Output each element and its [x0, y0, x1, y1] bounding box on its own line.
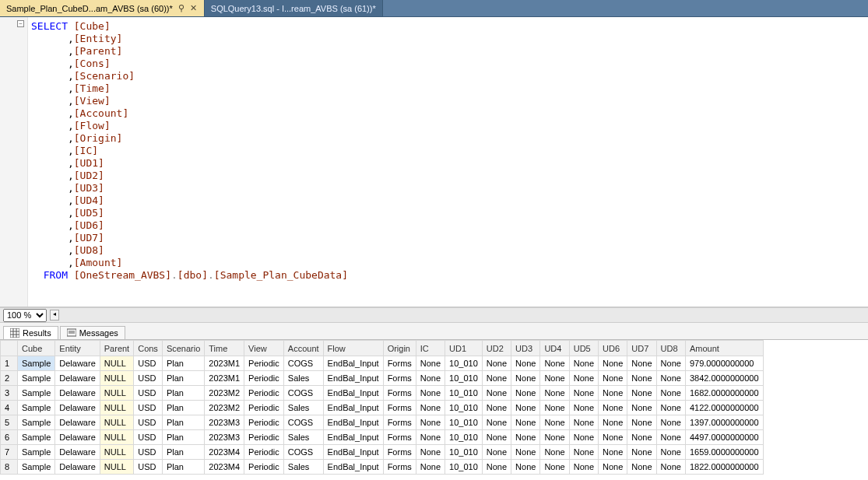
cell[interactable]: Sample: [18, 371, 55, 386]
close-icon[interactable]: ✕: [190, 3, 198, 13]
cell[interactable]: 10_010: [445, 401, 483, 415]
cell[interactable]: None: [656, 415, 685, 430]
cell[interactable]: None: [627, 430, 656, 445]
cell[interactable]: NULL: [100, 460, 133, 475]
cell[interactable]: Sample: [18, 415, 55, 430]
cell[interactable]: 1397.0000000000: [685, 415, 763, 430]
cell[interactable]: None: [540, 430, 569, 445]
cell[interactable]: None: [627, 371, 656, 386]
table-row[interactable]: 7SampleDelawareNULLUSDPlan2023M4Periodic…: [1, 445, 764, 460]
cell[interactable]: 10_010: [445, 371, 483, 386]
cell[interactable]: None: [540, 386, 569, 401]
column-header[interactable]: UD5: [569, 341, 598, 356]
cell[interactable]: 10_010: [445, 386, 483, 401]
cell[interactable]: Forms: [383, 371, 416, 386]
cell[interactable]: USD: [134, 460, 163, 475]
cell[interactable]: None: [656, 445, 685, 460]
cell[interactable]: 2023M3: [205, 430, 244, 445]
column-header[interactable]: UD6: [599, 341, 627, 356]
cell[interactable]: 2023M2: [205, 386, 244, 401]
cell[interactable]: None: [627, 415, 656, 430]
cell[interactable]: USD: [134, 356, 163, 371]
cell[interactable]: Forms: [383, 430, 416, 445]
column-header[interactable]: Account: [283, 341, 323, 356]
cell[interactable]: None: [482, 460, 511, 475]
cell[interactable]: None: [656, 371, 685, 386]
table-row[interactable]: 8SampleDelawareNULLUSDPlan2023M4Periodic…: [1, 460, 764, 475]
cell[interactable]: Sample: [18, 386, 55, 401]
cell[interactable]: None: [482, 386, 511, 401]
cell[interactable]: NULL: [100, 356, 133, 371]
cell[interactable]: None: [599, 371, 627, 386]
column-header[interactable]: [1, 341, 18, 356]
cell[interactable]: Sample: [18, 430, 55, 445]
column-header[interactable]: UD1: [445, 341, 483, 356]
cell[interactable]: Sales: [283, 460, 323, 475]
cell[interactable]: 10_010: [445, 460, 483, 475]
cell[interactable]: NULL: [100, 371, 133, 386]
cell[interactable]: None: [569, 386, 598, 401]
cell[interactable]: EndBal_Input: [323, 386, 383, 401]
table-row[interactable]: 4SampleDelawareNULLUSDPlan2023M2Periodic…: [1, 401, 764, 415]
cell[interactable]: USD: [134, 401, 163, 415]
fold-icon[interactable]: −: [17, 20, 24, 27]
cell[interactable]: None: [569, 445, 598, 460]
cell[interactable]: None: [656, 356, 685, 371]
cell[interactable]: None: [656, 430, 685, 445]
cell[interactable]: Plan: [162, 356, 204, 371]
cell[interactable]: None: [569, 460, 598, 475]
cell[interactable]: Periodic: [244, 430, 284, 445]
cell[interactable]: None: [416, 401, 445, 415]
table-row[interactable]: 1SampleDelawareNULLUSDPlan2023M1Periodic…: [1, 356, 764, 371]
cell[interactable]: None: [511, 356, 540, 371]
cell[interactable]: EndBal_Input: [323, 415, 383, 430]
cell[interactable]: Sample: [18, 356, 55, 371]
cell[interactable]: None: [627, 401, 656, 415]
cell[interactable]: Delaware: [55, 371, 100, 386]
column-header[interactable]: Flow: [323, 341, 383, 356]
cell[interactable]: 10_010: [445, 415, 483, 430]
cell[interactable]: NULL: [100, 415, 133, 430]
cell[interactable]: Plan: [162, 401, 204, 415]
cell[interactable]: Periodic: [244, 371, 284, 386]
table-row[interactable]: 5SampleDelawareNULLUSDPlan2023M3Periodic…: [1, 415, 764, 430]
cell[interactable]: None: [656, 386, 685, 401]
cell[interactable]: Forms: [383, 415, 416, 430]
cell[interactable]: Sample: [18, 445, 55, 460]
cell[interactable]: 2023M1: [205, 356, 244, 371]
column-header[interactable]: UD7: [627, 341, 656, 356]
cell[interactable]: None: [627, 386, 656, 401]
zoom-select[interactable]: 100 %: [3, 309, 47, 322]
cell[interactable]: None: [569, 401, 598, 415]
cell[interactable]: None: [656, 401, 685, 415]
cell[interactable]: Plan: [162, 415, 204, 430]
cell[interactable]: Forms: [383, 401, 416, 415]
cell[interactable]: Delaware: [55, 460, 100, 475]
cell[interactable]: None: [416, 430, 445, 445]
cell[interactable]: None: [482, 430, 511, 445]
cell[interactable]: None: [599, 460, 627, 475]
cell[interactable]: None: [599, 445, 627, 460]
cell[interactable]: None: [540, 371, 569, 386]
cell[interactable]: 10_010: [445, 356, 483, 371]
cell[interactable]: Periodic: [244, 415, 284, 430]
cell[interactable]: EndBal_Input: [323, 401, 383, 415]
cell[interactable]: None: [416, 415, 445, 430]
tab-messages[interactable]: Messages: [60, 326, 125, 339]
editor-tab-active[interactable]: Sample_Plan_CubeD...am_AVBS (sa (60))* ⚲…: [0, 0, 205, 16]
cell[interactable]: 1822.0000000000: [685, 460, 763, 475]
cell[interactable]: None: [599, 356, 627, 371]
cell[interactable]: 2023M2: [205, 401, 244, 415]
cell[interactable]: None: [416, 371, 445, 386]
cell[interactable]: COGS: [283, 386, 323, 401]
cell[interactable]: Delaware: [55, 445, 100, 460]
cell[interactable]: None: [569, 415, 598, 430]
cell[interactable]: None: [416, 386, 445, 401]
cell[interactable]: Delaware: [55, 356, 100, 371]
cell[interactable]: None: [511, 415, 540, 430]
cell[interactable]: 979.0000000000: [685, 356, 763, 371]
editor-tab[interactable]: SQLQuery13.sql - I...ream_AVBS (sa (61))…: [205, 0, 383, 16]
results-grid-wrap[interactable]: CubeEntityParentConsScenarioTimeViewAcco…: [0, 340, 868, 480]
column-header[interactable]: UD4: [540, 341, 569, 356]
cell[interactable]: 3842.0000000000: [685, 371, 763, 386]
